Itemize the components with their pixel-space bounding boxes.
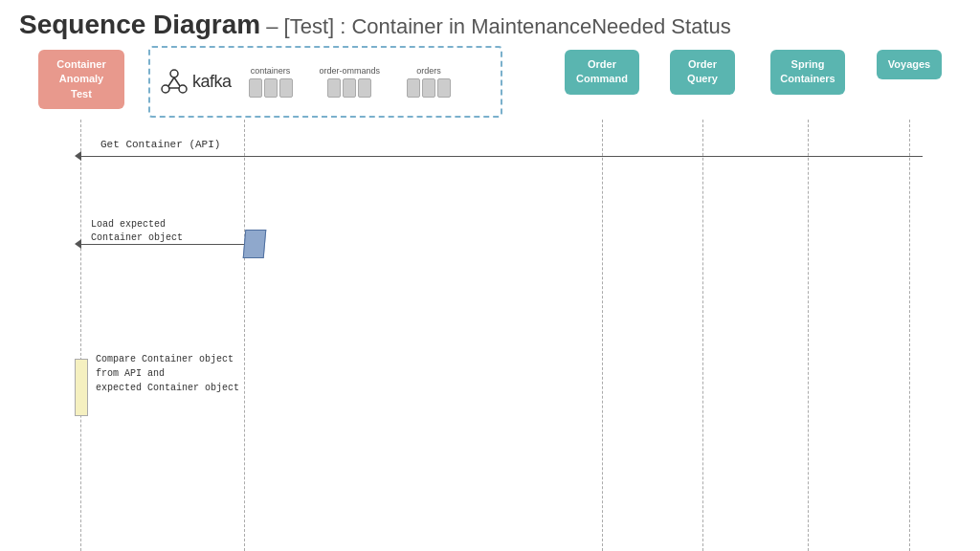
lifeline-line-voyages bbox=[909, 120, 910, 551]
topic-order-commands: order-ommands bbox=[320, 66, 381, 98]
lifeline-container-anomaly: Container Anomaly Test bbox=[38, 50, 124, 109]
get-container-arrow-line bbox=[80, 156, 923, 157]
lifeline-line-order-command bbox=[602, 120, 603, 551]
cylinder-8 bbox=[422, 78, 435, 98]
svg-line-3 bbox=[168, 77, 174, 86]
cylinder-6 bbox=[358, 78, 371, 98]
compare-note-label: Compare Container object from API and ex… bbox=[96, 352, 239, 395]
cylinder-9 bbox=[437, 78, 451, 98]
cylinder-5 bbox=[343, 78, 356, 98]
lifeline-voyages: Voyages bbox=[877, 50, 942, 79]
activation-box-blue bbox=[243, 230, 267, 258]
cylinder-7 bbox=[407, 78, 420, 98]
lifeline-line-spring-containers bbox=[808, 120, 809, 551]
lifeline-order-query: Order Query bbox=[670, 50, 735, 95]
kafka-icon bbox=[160, 68, 189, 97]
lifeline-line-kafka bbox=[244, 120, 245, 551]
get-container-return-arrowhead bbox=[75, 151, 81, 161]
load-container-arrowhead bbox=[75, 239, 81, 249]
svg-point-2 bbox=[179, 85, 187, 93]
topic-containers: containers bbox=[249, 66, 293, 98]
lifeline-line-order-query bbox=[702, 120, 703, 551]
kafka-topics: containers order-ommands orders bbox=[249, 66, 452, 98]
kafka-logo: kafka bbox=[160, 68, 232, 97]
cylinder-3 bbox=[279, 78, 293, 98]
svg-point-0 bbox=[170, 70, 178, 77]
kafka-group: kafka containers order-ommands orders bbox=[148, 46, 502, 118]
lifeline-line-container-anomaly bbox=[80, 120, 81, 551]
activation-box-yellow bbox=[75, 359, 88, 416]
cylinder-4 bbox=[327, 78, 341, 98]
svg-point-1 bbox=[162, 85, 169, 93]
topic-orders: orders bbox=[407, 66, 451, 98]
svg-line-4 bbox=[174, 77, 180, 86]
load-container-label: Load expected Container object bbox=[91, 218, 183, 245]
kafka-label: kafka bbox=[192, 72, 232, 92]
lifeline-order-command: Order Command bbox=[565, 50, 639, 95]
get-container-label: Get Container (API) bbox=[100, 139, 220, 150]
cylinder-2 bbox=[264, 78, 278, 98]
cylinder-1 bbox=[249, 78, 262, 98]
lifeline-spring-containers: Spring Containers bbox=[770, 50, 845, 95]
page-title: Sequence Diagram – [Test] : Container in… bbox=[19, 10, 731, 40]
